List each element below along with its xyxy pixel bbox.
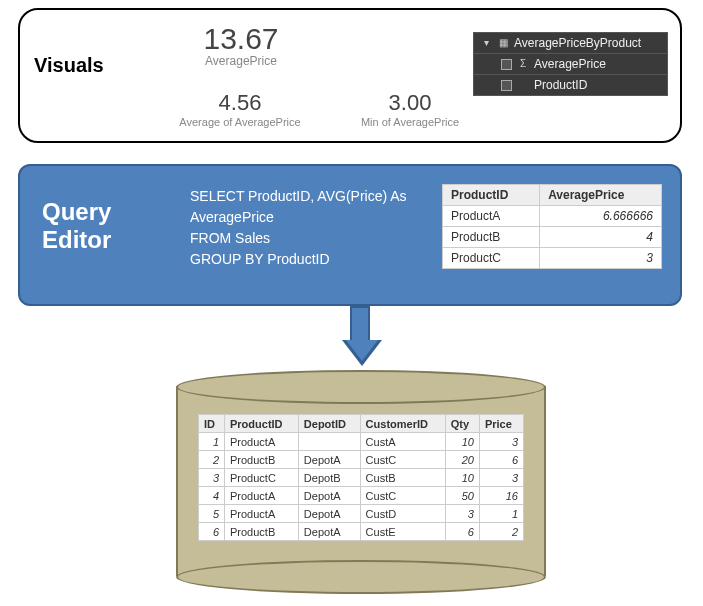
cell: 1 [199,433,225,451]
card-min-value: 3.00 [330,90,490,116]
col-header: DepotID [298,415,360,433]
cell: 3 [479,469,523,487]
cell: 6 [199,523,225,541]
database-cylinder: ID ProductID DepotID CustomerID Qty Pric… [176,370,546,590]
card-averageprice-value: 13.67 [166,22,316,56]
cell: CustC [360,487,445,505]
cell: CustB [360,469,445,487]
cell: 5 [199,505,225,523]
query-editor-heading: Query Editor [42,198,162,253]
fields-table-name: AveragePriceByProduct [514,36,641,50]
cell: 2 [199,451,225,469]
table-row: 1ProductACustA103 [199,433,524,451]
cell: 3 [479,433,523,451]
card-min-label: Min of AveragePrice [330,116,490,128]
fields-table-header[interactable]: ▾ ▦ AveragePriceByProduct [474,33,667,54]
sigma-icon: Σ [517,58,529,70]
col-header: CustomerID [360,415,445,433]
table-row: 6ProductBDepotACustE62 [199,523,524,541]
card-averageprice: 13.67 AveragePrice [166,22,316,68]
cell: 3 [445,505,479,523]
cell: ProductB [225,523,299,541]
cell: CustD [360,505,445,523]
table-icon: ▦ [497,37,509,49]
visuals-panel: Visuals 13.67 AveragePrice 4.56 Average … [18,8,682,143]
field-name: ProductID [534,78,587,92]
blank-icon [517,79,529,91]
cell: DepotA [298,451,360,469]
cell: ProductB [443,227,540,248]
col-header: Price [479,415,523,433]
cell: 20 [445,451,479,469]
source-table: ID ProductID DepotID CustomerID Qty Pric… [198,414,524,541]
cell: 4 [199,487,225,505]
fields-pane: ▾ ▦ AveragePriceByProduct Σ AveragePrice… [473,32,668,96]
cell: ProductA [225,433,299,451]
card-min-of-averageprice: 3.00 Min of AveragePrice [330,90,490,128]
table-row: 4ProductADepotACustC5016 [199,487,524,505]
fields-row-productid[interactable]: ProductID [474,75,667,95]
query-result-table: ProductID AveragePrice ProductA 6.666666… [442,184,662,269]
cell: 4 [540,227,662,248]
col-header: Qty [445,415,479,433]
cell: 3 [540,248,662,269]
col-header: AveragePrice [540,185,662,206]
card-averageprice-label: AveragePrice [166,54,316,68]
cell: 6 [445,523,479,541]
checkbox-icon[interactable] [501,80,512,91]
checkbox-icon[interactable] [501,59,512,70]
fields-row-averageprice[interactable]: Σ AveragePrice [474,54,667,75]
card-avg-label: Average of AveragePrice [160,116,320,128]
query-editor-panel: Query Editor SELECT ProductID, AVG(Price… [18,164,682,306]
table-row: ProductC 3 [443,248,662,269]
cell [298,433,360,451]
cell: DepotA [298,505,360,523]
cell: CustE [360,523,445,541]
cell: DepotB [298,469,360,487]
cell: 10 [445,469,479,487]
card-avg-value: 4.56 [160,90,320,116]
cell: 10 [445,433,479,451]
cell: ProductA [225,487,299,505]
cell: CustC [360,451,445,469]
cell: ProductC [225,469,299,487]
cell: 16 [479,487,523,505]
cell: CustA [360,433,445,451]
table-row: ProductB 4 [443,227,662,248]
col-header: ID [199,415,225,433]
chevron-down-icon: ▾ [480,37,492,49]
query-editor-sql: SELECT ProductID, AVG(Price) As AverageP… [190,186,440,270]
cell: DepotA [298,523,360,541]
card-avg-of-averageprice: 4.56 Average of AveragePrice [160,90,320,128]
cell: 6 [479,451,523,469]
table-row: 2ProductBDepotACustC206 [199,451,524,469]
table-header-row: ID ProductID DepotID CustomerID Qty Pric… [199,415,524,433]
cell: ProductB [225,451,299,469]
cell: DepotA [298,487,360,505]
cell: 50 [445,487,479,505]
cell: ProductC [443,248,540,269]
table-header-row: ProductID AveragePrice [443,185,662,206]
cell: 1 [479,505,523,523]
col-header: ProductID [443,185,540,206]
table-row: 3ProductCDepotBCustB103 [199,469,524,487]
col-header: ProductID [225,415,299,433]
arrow-down-icon [342,306,378,368]
cell: 2 [479,523,523,541]
table-row: ProductA 6.666666 [443,206,662,227]
cell: 3 [199,469,225,487]
cell: ProductA [443,206,540,227]
table-row: 5ProductADepotACustD31 [199,505,524,523]
field-name: AveragePrice [534,57,606,71]
visuals-heading: Visuals [34,54,104,77]
cell: 6.666666 [540,206,662,227]
cell: ProductA [225,505,299,523]
